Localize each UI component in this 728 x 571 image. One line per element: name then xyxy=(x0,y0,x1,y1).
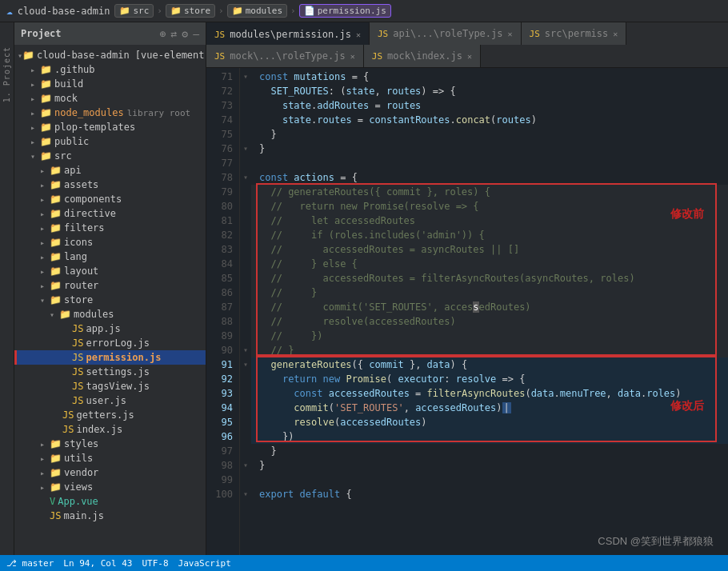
tab-permission-js[interactable]: JS modules\permission.js ✕ xyxy=(206,22,370,45)
sidebar-item-vendor[interactable]: ▸ 📁 vendor xyxy=(14,465,206,480)
sync-icon[interactable]: ⇄ xyxy=(171,28,178,40)
sidebar: Project ⊕ ⇄ ⚙ — ▾ 📁 cloud-base-admin [vu… xyxy=(14,22,206,555)
line-numbers: 71 72 73 74 75 76 77 78 79 80 81 82 83 8… xyxy=(206,68,240,555)
code-line-79: // generateRoutes({ commit }, roles) { xyxy=(251,185,728,199)
add-icon[interactable]: ⊕ xyxy=(160,28,166,40)
code-line-81: // let accessedRoutes xyxy=(251,214,728,228)
tree-root[interactable]: ▾ 📁 cloud-base-admin [vue-element xyxy=(14,48,206,62)
code-line-95: resolve(accessedRoutes) xyxy=(251,415,728,429)
tab-roletype-js[interactable]: JS api\...\roleType.js ✕ xyxy=(370,22,522,45)
breadcrumb: 📁 src › 📁 store › 📁 modules › 📄 permissi… xyxy=(114,4,390,18)
code-line-75: } xyxy=(251,127,728,142)
code-line-78: const actions = { xyxy=(251,170,728,185)
sidebar-item-assets[interactable]: ▸ 📁 assets xyxy=(14,178,206,192)
minimize-icon[interactable]: — xyxy=(193,28,199,40)
status-filetype: JavaScript xyxy=(178,558,231,569)
tab-mock-roletype[interactable]: JS mock\...\roleType.js ✕ xyxy=(206,45,364,67)
sidebar-item-modules[interactable]: ▾ 📁 modules xyxy=(14,307,206,321)
code-lines[interactable]: const mutations = { SET_ROUTES: (state, … xyxy=(251,68,728,555)
sidebar-item-lang[interactable]: ▸ 📁 lang xyxy=(14,250,206,264)
sidebar-item-settings-js[interactable]: JS settings.js xyxy=(14,365,206,379)
code-line-93: const accessedRoutes = filterAsyncRoutes… xyxy=(251,386,728,401)
code-line-91: generateRoutes({ commit }, data) { xyxy=(251,357,728,372)
tab-mock-index[interactable]: JS mock\index.js ✕ xyxy=(364,45,481,67)
breadcrumb-permission[interactable]: 📄 permission.js xyxy=(299,4,391,18)
app-icon: ☁ xyxy=(6,5,13,17)
code-line-86: // } xyxy=(251,286,728,300)
sidebar-tree: ▾ 📁 cloud-base-admin [vue-element ▸ 📁 .g… xyxy=(14,45,206,555)
breadcrumb-modules[interactable]: 📁 modules xyxy=(227,4,287,18)
code-line-98: } xyxy=(251,458,728,473)
sidebar-item-src[interactable]: ▾ 📁 src xyxy=(14,149,206,163)
tab-src-permiss[interactable]: JS src\permiss ✕ xyxy=(522,22,627,45)
tab-close-src-permiss[interactable]: ✕ xyxy=(613,30,618,38)
sidebar-item-errorlog-js[interactable]: JS errorLog.js xyxy=(14,336,206,350)
sidebar-item-app-vue[interactable]: V App.vue xyxy=(14,494,206,509)
sidebar-item-router[interactable]: ▸ 📁 router xyxy=(14,278,206,293)
code-line-89: // }) xyxy=(251,329,728,343)
gear-icon[interactable]: ⚙ xyxy=(182,28,188,40)
sidebar-item-user-js[interactable]: JS user.js xyxy=(14,393,206,408)
sidebar-item-directive[interactable]: ▸ 📁 directive xyxy=(14,206,206,221)
main-layout: 1. Project Project ⊕ ⇄ ⚙ — ▾ 📁 cloud-bas… xyxy=(0,22,728,555)
sidebar-item-public[interactable]: ▸ 📁 public xyxy=(14,134,206,149)
code-line-88: // resolve(accessedRoutes) xyxy=(251,314,728,329)
code-line-92: return new Promise( executor: resolve =>… xyxy=(251,372,728,386)
code-line-72: SET_ROUTES: (state, routes) => { xyxy=(251,84,728,98)
code-line-100: export default { xyxy=(251,487,728,501)
annotation-label-before: 修改前 xyxy=(670,207,704,222)
code-line-82: // if (roles.includes('admin')) { xyxy=(251,228,728,242)
fold-gutter: ▾ ▾ ▾ ▾ ▾ xyxy=(240,68,251,555)
status-ln: Ln 94, Col 43 xyxy=(63,558,132,569)
code-line-85: // accessedRoutes = filterAsyncRoutes(as… xyxy=(251,271,728,286)
tab-close-roletype[interactable]: ✕ xyxy=(508,30,513,38)
code-line-83: // accessedRoutes = asyncRoutes || [] xyxy=(251,242,728,257)
code-line-77 xyxy=(251,156,728,170)
tab-close-mock-roletype[interactable]: ✕ xyxy=(350,52,355,61)
code-line-71: const mutations = { xyxy=(251,70,728,84)
sidebar-item-build[interactable]: ▸ 📁 build xyxy=(14,77,206,91)
sidebar-item-styles[interactable]: ▸ 📁 styles xyxy=(14,437,206,451)
tabs-row1: JS modules\permission.js ✕ JS api\...\ro… xyxy=(206,22,728,45)
code-line-80: // return new Promise(resolve => { xyxy=(251,199,728,214)
sidebar-item-index-js[interactable]: JS index.js xyxy=(14,422,206,437)
sidebar-item-getters-js[interactable]: JS getters.js xyxy=(14,408,206,422)
code-line-76: } xyxy=(251,142,728,156)
sidebar-item-views[interactable]: ▸ 📁 views xyxy=(14,480,206,494)
breadcrumb-src[interactable]: 📁 src xyxy=(114,4,154,18)
sidebar-item-main-js[interactable]: JS main.js xyxy=(14,509,206,523)
status-encoding: UTF-8 xyxy=(142,558,168,569)
sidebar-item-node-modules[interactable]: ▸ 📁 node_modules library root xyxy=(14,106,206,120)
code-line-96: }) xyxy=(251,429,728,444)
sidebar-item-components[interactable]: ▸ 📁 components xyxy=(14,192,206,206)
sidebar-item-mock[interactable]: ▸ 📁 mock xyxy=(14,91,206,106)
tab-close-permission[interactable]: ✕ xyxy=(356,30,361,39)
breadcrumb-store[interactable]: 📁 store xyxy=(166,4,215,18)
sidebar-item-tagsview-js[interactable]: JS tagsView.js xyxy=(14,379,206,393)
code-editor[interactable]: 71 72 73 74 75 76 77 78 79 80 81 82 83 8… xyxy=(206,68,728,555)
code-line-73: state.addRoutes = routes xyxy=(251,98,728,113)
sidebar-item-utils[interactable]: ▸ 📁 utils xyxy=(14,451,206,465)
sidebar-item-filters[interactable]: ▸ 📁 filters xyxy=(14,221,206,235)
status-bar: ⎇ master Ln 94, Col 43 UTF-8 JavaScript xyxy=(0,555,728,571)
code-line-94: commit('SET_ROUTES', accessedRoutes)| xyxy=(251,401,728,415)
sidebar-item-plop[interactable]: ▸ 📁 plop-templates xyxy=(14,120,206,134)
app-title: cloud-base-admin xyxy=(18,6,110,17)
left-panel-toggle[interactable]: 1. Project xyxy=(0,22,14,555)
sidebar-item-api[interactable]: ▸ 📁 api xyxy=(14,163,206,178)
sidebar-item-app-js[interactable]: JS app.js xyxy=(14,321,206,336)
sidebar-item-icons[interactable]: ▸ 📁 icons xyxy=(14,235,206,250)
tabs-bar: JS modules\permission.js ✕ JS api\...\ro… xyxy=(206,22,728,68)
code-line-97: } xyxy=(251,444,728,458)
annotation-label-after: 修改后 xyxy=(670,399,704,413)
tab-close-mock-index[interactable]: ✕ xyxy=(467,52,472,61)
code-line-74: state.routes = constantRoutes.concat(rou… xyxy=(251,113,728,127)
watermark: CSDN @笑到世界都狼狼 xyxy=(598,534,714,549)
sidebar-item-store[interactable]: ▾ 📁 store xyxy=(14,293,206,307)
sidebar-item-layout[interactable]: ▸ 📁 layout xyxy=(14,264,206,278)
code-line-90: // } xyxy=(251,343,728,357)
code-line-87: // commit('SET_ROUTES', accessedRoutes) xyxy=(251,300,728,314)
sidebar-item-github[interactable]: ▸ 📁 .github xyxy=(14,62,206,77)
code-line-84: // } else { xyxy=(251,257,728,271)
sidebar-item-permission-js[interactable]: JS permission.js xyxy=(14,350,206,365)
